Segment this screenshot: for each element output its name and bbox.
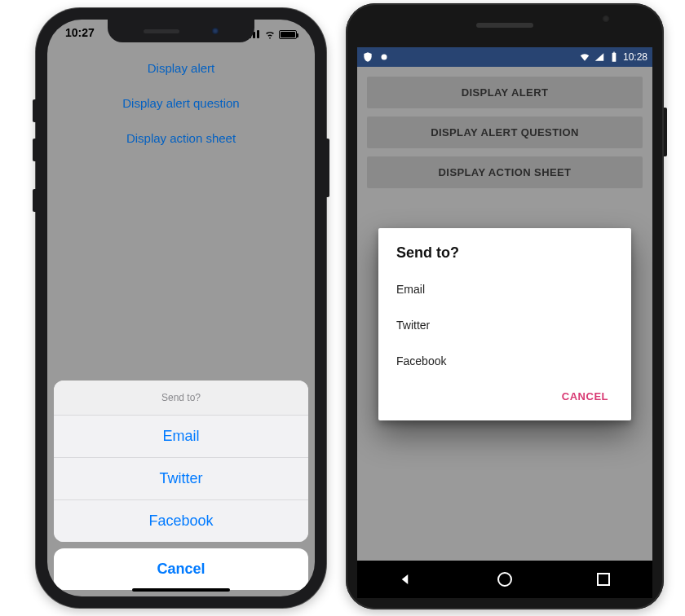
ios-clock: 10:27 — [65, 26, 95, 42]
front-camera — [212, 28, 219, 34]
android-dialog-item-email[interactable]: Email — [396, 271, 613, 307]
front-camera — [602, 15, 610, 23]
android-dialog-item-twitter[interactable]: Twitter — [396, 307, 613, 343]
ios-home-indicator[interactable] — [132, 588, 230, 592]
earpiece-speaker — [144, 29, 179, 33]
iphone-device-frame: 10:27 Display alert Display alert questi… — [36, 8, 326, 608]
android-dialog-item-facebook[interactable]: Facebook — [396, 343, 613, 379]
ios-action-sheet: Send to? Email Twitter Facebook Cancel — [54, 381, 308, 590]
ios-sheet-item-facebook[interactable]: Facebook — [54, 500, 308, 542]
iphone-screen: 10:27 Display alert Display alert questi… — [47, 20, 315, 596]
ios-sheet-cancel-button[interactable]: Cancel — [54, 548, 308, 590]
ios-sheet-item-email[interactable]: Email — [54, 416, 308, 458]
android-dialog: Send to? Email Twitter Facebook CANCEL — [378, 228, 631, 420]
ios-sheet-title: Send to? — [54, 381, 308, 416]
android-top-sensors — [346, 16, 664, 31]
nav-recent-button[interactable] — [595, 571, 612, 587]
battery-icon — [279, 30, 297, 39]
android-dialog-title: Send to? — [396, 244, 613, 262]
android-device-frame: 10:28 DISPLAY ALERT DISPLAY ALERT QUESTI… — [346, 3, 664, 609]
ios-sheet-options-group: Send to? Email Twitter Facebook — [54, 381, 308, 542]
nav-back-button[interactable] — [398, 571, 414, 587]
android-navigation-bar — [357, 561, 652, 598]
ios-sheet-item-twitter[interactable]: Twitter — [54, 458, 308, 500]
android-screen: 10:28 DISPLAY ALERT DISPLAY ALERT QUESTI… — [357, 47, 652, 561]
android-dialog-actions: CANCEL — [396, 379, 613, 414]
earpiece-speaker — [476, 23, 533, 28]
android-dialog-cancel-button[interactable]: CANCEL — [557, 384, 613, 409]
iphone-notch — [108, 20, 254, 42]
wifi-icon — [264, 29, 276, 40]
nav-home-button[interactable] — [497, 571, 513, 587]
